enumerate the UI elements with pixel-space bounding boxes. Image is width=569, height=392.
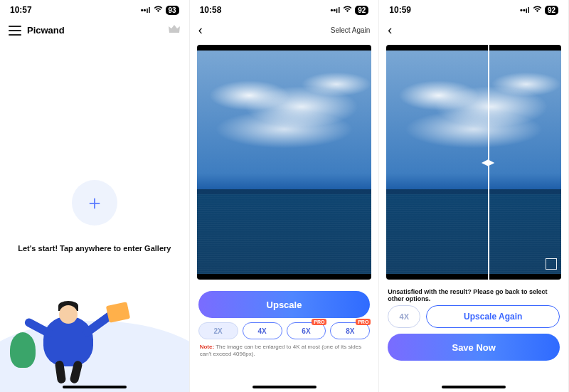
scale-8x[interactable]: 8X PRO	[330, 322, 370, 339]
premium-crown-icon[interactable]	[168, 24, 181, 36]
wifi-icon	[154, 6, 163, 14]
scale-2x[interactable]: 2X	[198, 322, 238, 339]
app-header: Picwand	[0, 20, 189, 41]
status-bar: 10:58 ••ıl 92	[190, 0, 379, 20]
screen-result: 10:59 ••ıl 92 ‹ ◀▶ Unsatisfied with the …	[379, 0, 569, 392]
battery-badge: 93	[166, 6, 179, 15]
status-icons: ••ıl 93	[141, 6, 179, 15]
back-button[interactable]: ‹	[388, 23, 392, 38]
battery-badge: 92	[545, 6, 558, 15]
wifi-icon	[533, 6, 542, 14]
start-hint: Let's start! Tap anywhere to enter Galle…	[18, 244, 171, 253]
scale-4x[interactable]: 4X	[243, 322, 282, 339]
note-label: Note:	[200, 344, 214, 350]
home-indicator	[442, 386, 506, 388]
nav-header: ‹	[379, 20, 568, 41]
add-image-button[interactable]: ＋	[72, 180, 117, 226]
status-bar: 10:59 ••ıl 92	[379, 0, 568, 20]
screen-upscale-select: 10:58 ••ıl 92 ‹ Select Again Upscale 2X …	[190, 0, 380, 392]
wifi-icon	[343, 6, 352, 14]
home-illustration	[0, 278, 189, 392]
select-again-button[interactable]: Select Again	[331, 26, 371, 34]
scale-chip-4x[interactable]: 4X	[388, 305, 420, 328]
status-icons: ••ıl 92	[520, 6, 558, 15]
status-bar: 10:57 ••ıl 93	[0, 0, 189, 20]
nav-header: ‹ Select Again	[190, 20, 379, 41]
image-preview	[197, 45, 372, 280]
result-actions-row: 4X Upscale Again	[379, 305, 568, 328]
note-text: Note: The image can be enlarged to 4K at…	[190, 342, 379, 359]
upscale-again-button[interactable]: Upscale Again	[426, 305, 560, 328]
scale-6x[interactable]: 6X PRO	[287, 322, 326, 339]
back-button[interactable]: ‹	[198, 23, 203, 38]
status-time: 10:57	[10, 5, 32, 15]
pro-badge: PRO	[312, 319, 326, 325]
note-body: The image can be enlarged to 4K at most …	[200, 344, 362, 357]
signal-icon: ••ıl	[141, 6, 151, 14]
menu-icon[interactable]	[9, 26, 21, 36]
home-indicator	[252, 386, 317, 388]
pro-badge: PRO	[356, 319, 371, 325]
original-thumbnail-icon[interactable]	[546, 258, 557, 270]
upscale-button[interactable]: Upscale	[198, 291, 371, 318]
signal-icon: ••ıl	[330, 6, 340, 14]
status-icons: ••ıl 92	[330, 6, 368, 15]
save-now-button[interactable]: Save Now	[388, 334, 560, 361]
screen-home: 10:57 ••ıl 93 Picwand ＋ Let's start! Tap…	[0, 0, 190, 392]
status-time: 10:59	[389, 5, 411, 15]
signal-icon: ••ıl	[520, 6, 530, 14]
unsatisfied-text: Unsatisfied with the result? Please go b…	[379, 284, 568, 305]
scale-8x-label: 8X	[346, 327, 354, 335]
status-time: 10:58	[200, 5, 222, 15]
result-compare[interactable]: ◀▶	[386, 45, 561, 280]
scale-options: 2X 4X 6X PRO 8X PRO	[190, 322, 379, 342]
app-title: Picwand	[27, 25, 65, 36]
scale-6x-label: 6X	[302, 327, 310, 335]
compare-handle-icon[interactable]: ◀▶	[479, 154, 496, 171]
home-indicator	[63, 386, 127, 388]
battery-badge: 92	[355, 6, 368, 15]
plus-icon: ＋	[85, 189, 105, 216]
